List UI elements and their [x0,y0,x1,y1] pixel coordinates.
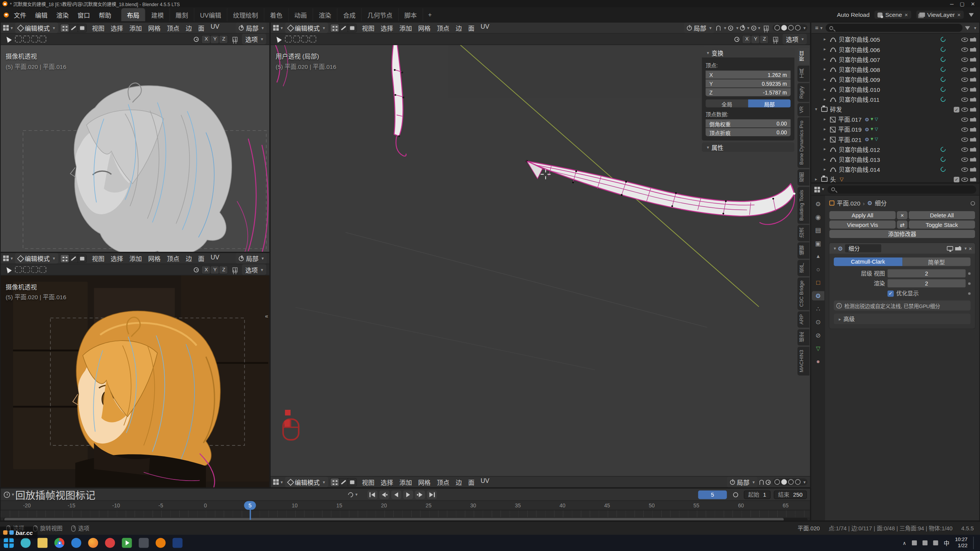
shading-rendered-icon[interactable] [795,25,801,31]
properties-tab-icon[interactable] [812,357,825,366]
viewport-menu-item[interactable]: 视图 [89,23,108,32]
toggle-stack-button[interactable]: Toggle Stack [909,220,975,228]
hide-viewport-icon[interactable] [961,107,968,111]
viewport-menu-item[interactable]: 网格 [415,477,434,486]
show-gizmo-icon[interactable]: ▾ [740,23,750,32]
disable-render-icon[interactable] [970,137,976,141]
modifier-header[interactable]: ▾ ⚙ 细分 ▾ × [830,243,975,254]
face-select-mode-icon[interactable] [348,478,356,486]
mode-dropdown[interactable]: 编辑模式▾ [15,23,58,33]
attributes-panel-header[interactable]: ▾属性 [702,142,794,152]
n-panel-tab[interactable]: VR [797,103,809,116]
disable-render-icon[interactable] [970,157,976,161]
frame-start-field[interactable]: 起始1 [744,490,771,499]
viewport-menu-item[interactable]: UV [477,477,492,486]
realtime-toggle-icon[interactable] [947,246,953,250]
properties-search-input[interactable] [827,185,976,193]
current-frame-field[interactable]: 5 [698,490,727,499]
mirror-z-toggle[interactable]: Z [220,35,228,43]
outliner-row[interactable]: ▸ 头 ▽ ✓ [811,174,979,183]
snap-widget-icon[interactable] [771,35,780,44]
taskbar-app-icon[interactable] [88,538,98,548]
select-circle-icon[interactable] [293,36,300,42]
jump-start-button[interactable] [368,490,377,499]
properties-tab-icon[interactable] [812,265,825,274]
properties-tab-icon[interactable] [812,212,825,222]
show-desktop-button[interactable] [973,536,975,549]
timeline-menu-item[interactable]: 标记 [75,490,95,501]
frame-end-field[interactable]: 结束250 [774,490,807,499]
snap-widget-icon[interactable] [231,35,240,44]
face-select-mode-icon[interactable] [78,254,86,262]
n-panel-tab[interactable]: ARP [797,311,809,328]
hide-viewport-icon[interactable] [961,77,968,82]
shading-dropdown-icon[interactable]: ▾ [804,25,806,30]
disable-render-icon[interactable] [970,177,976,181]
viewport-menu-item[interactable]: 视图 [89,254,108,263]
vertex-coord-field[interactable]: X1.262 m [706,70,791,78]
viewport-menu-item[interactable]: 边 [183,23,195,32]
scrollbar-thumb[interactable] [4,518,784,521]
animate-dot-icon[interactable] [968,272,971,275]
taskbar-app-icon[interactable] [54,538,64,548]
catmull-clark-button[interactable]: Catmull-Clark [834,258,902,266]
playback-sync-dropdown[interactable]: ▾ [348,492,358,497]
select-circle-icon[interactable] [23,266,30,273]
properties-tab-icon[interactable] [812,278,825,287]
snap-dropdown-icon[interactable]: ▾ [724,25,726,30]
disclosure-icon[interactable]: ▸ [824,137,828,142]
animate-dot-icon[interactable] [968,282,971,285]
viewport-menu-item[interactable]: UV [207,23,222,32]
disclosure-icon[interactable]: ▸ [824,147,828,152]
properties-tab-icon[interactable] [812,291,825,300]
shading-solid-icon[interactable] [782,25,787,31]
disable-render-icon[interactable] [970,67,976,72]
taskbar-app-icon[interactable] [21,538,31,548]
tray-expand-icon[interactable]: ∧ [903,540,906,546]
disclosure-icon[interactable]: ▸ [824,87,828,92]
advanced-panel-header[interactable]: ▸高级 [834,314,971,324]
properties-tab-icon[interactable] [812,331,825,340]
hide-viewport-icon[interactable] [961,117,968,121]
input-language-indicator[interactable]: 中 [944,539,949,547]
viewport-menu-item[interactable]: UV [207,254,222,263]
tray-icon[interactable] [912,540,917,545]
taskbar-app-icon[interactable] [105,538,115,548]
face-select-mode-icon[interactable] [78,24,86,32]
add-modifier-button[interactable]: 添加修改器 [830,230,975,238]
mirror-y-toggle[interactable]: Y [211,266,219,274]
viewport-menu-item[interactable]: 添加 [396,477,415,486]
mirror-z-toggle[interactable]: Z [760,35,768,43]
workspace-tab[interactable]: 动画 [289,8,313,21]
vertex-select-mode-icon[interactable] [60,254,69,262]
disable-render-icon[interactable] [970,97,976,101]
viewport-menu-item[interactable]: 边 [452,23,465,32]
editor-type-icon[interactable]: ▾ [3,23,13,32]
hide-viewport-icon[interactable] [961,177,968,181]
editor-type-icon[interactable]: ▾ [273,23,283,32]
modifier-close-icon[interactable]: × [969,245,972,251]
hide-viewport-icon[interactable] [961,137,968,141]
properties-tab-icon[interactable] [812,304,825,313]
hide-viewport-icon[interactable] [961,127,968,131]
mirror-y-toggle[interactable]: Y [211,35,219,43]
shading-wireframe-icon[interactable] [775,25,781,31]
options-dropdown[interactable]: 选项▾ [242,264,266,275]
disclosure-icon[interactable]: ▸ [824,77,828,82]
viewport-menu-item[interactable]: 选择 [108,23,126,32]
transform-orientation-dropdown[interactable]: 局部▾ [727,477,758,487]
vertex-select-mode-icon[interactable] [60,24,69,32]
xray-toggle-icon[interactable] [762,23,771,32]
n-panel-tab[interactable]: CSC Bridge [797,277,809,310]
disable-render-icon[interactable] [970,57,976,61]
hide-viewport-icon[interactable] [961,67,968,72]
viewport-menu-item[interactable]: 面 [465,477,478,486]
scene-selector[interactable]: Scene × [875,11,911,19]
outliner-row[interactable]: ▸ 平面.021 ⚙▼▽ [811,134,979,144]
timeline-playhead[interactable]: 5 [244,501,256,510]
active-tool-icon[interactable] [4,265,13,274]
auto-key-icon[interactable] [733,492,738,497]
viewport-menu-item[interactable]: 边 [183,254,195,263]
unlink-scene-icon[interactable]: × [905,11,908,18]
levels-viewport-field[interactable]: 2 [887,269,965,277]
